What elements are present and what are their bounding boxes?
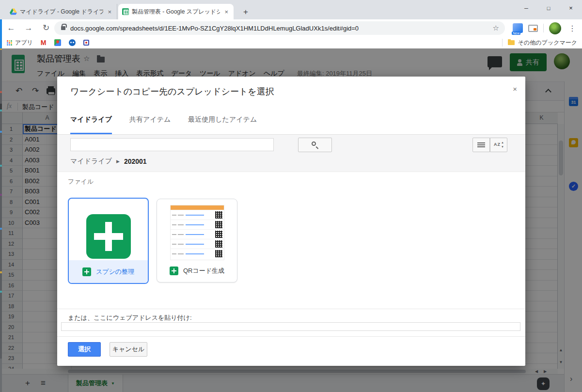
dialog-tab-2[interactable]: 共有アイテム [129, 106, 171, 134]
breadcrumb-current[interactable]: 202001 [124, 157, 147, 165]
dialog-tab-3[interactable]: 最近使用したアイテム [188, 106, 257, 134]
paste-url-input[interactable] [61, 322, 520, 331]
search-button[interactable] [298, 138, 332, 152]
file-name: スプシの整理 [96, 267, 134, 276]
extension-area: New ⋮ [513, 21, 578, 35]
other-bookmarks[interactable]: その他のブックマーク [502, 39, 577, 47]
files-section-label: ファイル [68, 177, 94, 186]
minimize-button[interactable]: ─ [515, 0, 537, 16]
reload-button[interactable]: ↻ [40, 19, 52, 37]
list-icon [477, 142, 485, 148]
window-controls: ─ □ × [515, 0, 582, 16]
sort-arrows-icon: ▲▼ [501, 141, 504, 149]
file-card-footer: スプシの整理 [69, 260, 148, 283]
file-name: QRコード生成 [183, 267, 224, 275]
new-tab-button[interactable]: + [239, 6, 252, 18]
copy-destination-dialog: ワークシートのコピー先のスプレッドシートを選択 × マイドライブ共有アイテム最近… [57, 77, 525, 366]
new-badge: New [512, 31, 520, 35]
bookmark-apps-label: アプリ [15, 39, 33, 47]
select-button[interactable]: 選択 [68, 342, 101, 357]
search-band: AZ ▲▼ マイドライブ ▶ 202001 [57, 135, 525, 172]
apps-grid-icon [7, 40, 12, 46]
url-text: docs.google.com/spreadsheets/d/1EE-1MvPo… [70, 25, 359, 32]
dice-icon[interactable] [83, 40, 89, 46]
bookmark-apps[interactable]: アプリ [7, 39, 33, 47]
divider [57, 309, 525, 309]
qr-code-icon [215, 250, 222, 257]
browser-tab-drive[interactable]: マイドライブ - Google ドライブ × [6, 4, 117, 19]
file-thumbnail [170, 205, 224, 260]
extension-new-icon[interactable]: New [513, 23, 523, 33]
qr-code-icon [215, 211, 222, 219]
tab-close-icon[interactable]: × [106, 8, 113, 16]
paste-url-label: または、ここにウェブアドレスを貼り付け: [68, 314, 192, 322]
drive-icon [10, 8, 17, 15]
sheets-file-icon [86, 214, 131, 259]
robot-icon[interactable] [69, 39, 76, 46]
sheets-icon [82, 267, 91, 276]
search-input[interactable] [70, 138, 274, 151]
browser-tab-strip: マイドライブ - Google ドライブ × 製品管理表 - Google スプ… [0, 0, 582, 19]
bookmarks-bar: アプリ M その他のブックマーク [0, 37, 582, 48]
sheets-favicon-icon [122, 8, 129, 15]
folder-icon [508, 40, 515, 45]
sheets-icon [170, 267, 178, 275]
maximize-button[interactable]: □ [537, 0, 560, 16]
browser-avatar[interactable] [549, 22, 561, 34]
cancel-button[interactable]: キャンセル [110, 342, 147, 357]
divider [502, 39, 503, 47]
extension-cast-icon[interactable] [528, 25, 538, 32]
dialog-tab-1[interactable]: マイドライブ [70, 106, 112, 134]
dialog-title: ワークシートのコピー先のスプレッドシートを選択 [70, 86, 274, 97]
browser-menu-icon[interactable]: ⋮ [566, 24, 578, 33]
back-button[interactable]: ← [5, 19, 17, 37]
list-view-button[interactable] [472, 138, 490, 152]
tab-title: 製品管理表 - Google スプレッドシー [132, 8, 220, 16]
forward-button[interactable]: → [22, 19, 35, 37]
address-input[interactable]: docs.google.com/spreadsheets/d/1EE-1MvPo… [54, 21, 505, 35]
divider [543, 24, 544, 32]
tab-title: マイドライブ - Google ドライブ [20, 8, 103, 16]
lock-icon [61, 26, 65, 30]
breadcrumb-root[interactable]: マイドライブ [70, 157, 112, 166]
divider [57, 336, 525, 337]
close-button[interactable]: × [560, 0, 582, 16]
sort-az-icon: AZ [494, 142, 501, 147]
file-card[interactable]: QRコード生成 [157, 199, 237, 282]
file-card-footer: QRコード生成 [157, 259, 237, 282]
search-icon [312, 141, 316, 146]
browser-url-bar: ← → ↻ docs.google.com/spreadsheets/d/1EE… [0, 19, 582, 37]
qr-code-icon [215, 221, 222, 228]
qr-code-icon [215, 231, 222, 238]
gmail-icon[interactable]: M [41, 39, 47, 47]
other-bookmarks-label: その他のブックマーク [518, 39, 577, 47]
browser-tab-sheets[interactable]: 製品管理表 - Google スプレッドシー × [118, 4, 234, 19]
breadcrumb: マイドライブ ▶ 202001 [70, 157, 147, 166]
bookmark-star-icon[interactable]: ☆ [493, 24, 499, 32]
background-window-sliver [0, 19, 2, 392]
dialog-tabs: マイドライブ共有アイテム最近使用したアイテム [57, 106, 525, 135]
breadcrumb-arrow-icon: ▶ [116, 159, 120, 164]
dialog-close-icon[interactable]: × [513, 85, 517, 93]
tab-close-icon[interactable]: × [223, 8, 230, 16]
maps-icon[interactable] [54, 39, 61, 46]
qr-code-icon [215, 240, 222, 248]
sort-button[interactable]: AZ ▲▼ [490, 138, 507, 152]
file-card-selected[interactable]: スプシの整理 [68, 198, 149, 284]
